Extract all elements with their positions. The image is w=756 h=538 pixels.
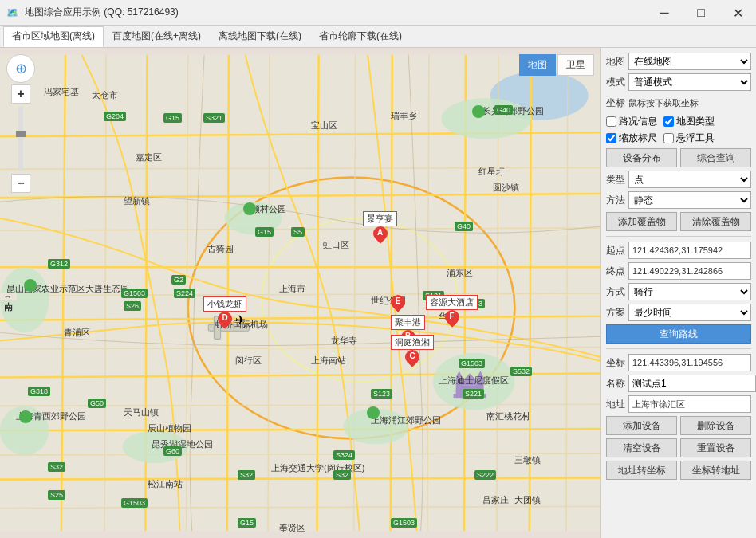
main-content: 南↕ ⊕ + − 地图 卫星 冯家宅基太仓市宝山区瑞丰乡红星圩嘉定区望新镇顾村公…: [0, 48, 756, 538]
road-sign: G40: [494, 105, 513, 115]
road-sign: S32: [333, 470, 351, 480]
road-sign: S321: [203, 113, 225, 123]
poi-label: 小钱龙虾: [203, 296, 246, 312]
map-label: 昆秀湖湿地公园: [152, 438, 213, 450]
name-row: 名称: [606, 375, 751, 392]
checkbox-zoom-scale[interactable]: 缩放标尺: [606, 132, 657, 145]
name-input[interactable]: [628, 375, 756, 392]
tab-province-outline[interactable]: 省市轮廓下载(在线): [310, 26, 411, 47]
zoom-scale-checkbox[interactable]: [606, 133, 616, 143]
map-label: 龙华寺: [331, 335, 357, 347]
map-type-checkbox[interactable]: [663, 116, 674, 127]
query-route-button[interactable]: 查询路线: [606, 324, 751, 344]
zoom-in-button[interactable]: +: [11, 84, 30, 104]
end-coord-display: 121.490229,31.242866: [628, 262, 751, 280]
tab-offline-download[interactable]: 离线地图下载(在线): [210, 26, 310, 47]
satellite-view-button[interactable]: 卫星: [557, 54, 594, 76]
query-route-row: 查询路线: [606, 324, 751, 344]
map-label: 青浦区: [64, 327, 90, 339]
display-coord-label: 坐标: [606, 356, 625, 370]
method-select[interactable]: 静态 动态: [628, 191, 751, 209]
travel-label: 方式: [606, 285, 625, 299]
zoom-slider[interactable]: [18, 107, 23, 171]
road-sign: G318: [28, 387, 50, 396]
map-label: 天马山镇: [124, 406, 159, 418]
travel-select[interactable]: 骑行 步行 驾车: [628, 283, 751, 300]
green-park-icon: [367, 406, 380, 419]
map-label: 吕家庄: [482, 494, 509, 506]
coord-to-addr-button[interactable]: 坐标转地址: [680, 461, 751, 480]
road-sign: G204: [104, 112, 126, 121]
add-device-button[interactable]: 添加设备: [606, 416, 677, 435]
road-sign: G40: [455, 222, 473, 231]
divider-1: [606, 236, 751, 237]
road-sign: S26: [124, 301, 141, 311]
road-info-checkbox[interactable]: [606, 116, 616, 127]
zoom-slider-thumb[interactable]: [16, 131, 26, 137]
tab-baidu-map[interactable]: 百度地图(在线+离线): [104, 26, 210, 47]
map-label: 闵行区: [235, 355, 262, 367]
map-label: 奉贤区: [279, 522, 305, 534]
minimize-button[interactable]: ─: [646, 0, 683, 26]
reset-device-button[interactable]: 重置设备: [680, 438, 751, 457]
road-sign: S5: [291, 227, 305, 237]
road-sign: G15: [238, 518, 256, 528]
poi-letter: C: [405, 351, 419, 360]
map-label: 瑞丰乡: [391, 110, 417, 122]
poi-label: 景亨宴: [363, 211, 397, 226]
address-row: 地址 上海市徐汇区: [606, 395, 751, 413]
map-label: 松江南站: [148, 478, 183, 490]
map-area[interactable]: 南↕ ⊕ + − 地图 卫星 冯家宅基太仓市宝山区瑞丰乡红星圩嘉定区望新镇顾村公…: [0, 48, 600, 538]
close-button[interactable]: ✕: [719, 0, 756, 26]
map-label: 冯家宅基: [44, 86, 79, 98]
addr-to-coord-button[interactable]: 地址转坐标: [606, 461, 677, 480]
coord-label: 坐标: [606, 96, 625, 110]
clear-overlay-button[interactable]: 清除覆盖物: [680, 212, 751, 231]
poi-marker[interactable]: 景亨宴A: [363, 211, 397, 245]
checkbox-map-type[interactable]: 地图类型: [663, 115, 715, 128]
road-sign: G1503: [121, 289, 148, 298]
type-select[interactable]: 点 线 面: [628, 171, 751, 188]
title-bar: 🗺️ 地图综合应用示例 (QQ: 517216493) ─ □ ✕: [0, 0, 756, 26]
compass-button[interactable]: ⊕: [6, 54, 35, 83]
device-dist-button[interactable]: 设备分布: [606, 148, 677, 167]
map-label: 长兴岛郊野公园: [482, 105, 544, 117]
divider-2: [606, 348, 751, 349]
maximize-button[interactable]: □: [683, 0, 719, 26]
start-coord-display: 121.424362,31.175942: [628, 242, 751, 259]
map-type-label: 地图类型: [676, 115, 715, 128]
map-select[interactable]: 在线地图 离线地图: [628, 53, 751, 70]
checkbox-float-tool[interactable]: 悬浮工具: [663, 132, 715, 145]
mode-select[interactable]: 普通模式 卫星模式: [628, 73, 751, 91]
tab-offline-region[interactable]: 省市区域地图(离线): [3, 26, 104, 47]
delete-device-button[interactable]: 删除设备: [680, 416, 751, 435]
road-sign: S221: [463, 389, 484, 399]
green-park-icon: [472, 105, 485, 118]
green-park-icon: [24, 279, 37, 292]
map-label: 三墩镇: [514, 454, 541, 466]
map-label: 嘉定区: [136, 151, 162, 163]
map-view-button[interactable]: 地图: [519, 54, 556, 76]
map-label: 上海南站: [311, 355, 346, 367]
travel-row: 方式 骑行 步行 驾车: [606, 283, 751, 300]
plan-select[interactable]: 最少时间 最短距离: [628, 304, 751, 321]
checkbox-road-info[interactable]: 路况信息: [606, 115, 657, 128]
road-sign: G15: [163, 113, 182, 123]
map-type-buttons: 地图 卫星: [519, 54, 594, 76]
clear-device-button[interactable]: 清空设备: [606, 438, 677, 457]
complex-query-button[interactable]: 综合查询: [680, 148, 751, 167]
road-sign: G50: [88, 399, 106, 408]
poi-label: 聚丰港: [391, 315, 425, 330]
zoom-out-button[interactable]: −: [11, 174, 30, 193]
add-overlay-button[interactable]: 添加覆盖物: [606, 212, 677, 231]
poi-marker[interactable]: E: [391, 295, 405, 314]
float-tool-checkbox[interactable]: [663, 133, 674, 143]
end-coord-row: 终点 121.490229,31.242866: [606, 262, 751, 280]
plan-row: 方案 最少时间 最短距离: [606, 304, 751, 321]
map-label: 望新镇: [124, 195, 150, 207]
road-sign: S222: [474, 470, 496, 480]
method-row: 方法 静态 动态: [606, 191, 751, 209]
poi-marker[interactable]: 容源大酒店F: [426, 295, 478, 329]
checkbox-row-1: 路况信息 地图类型: [606, 115, 751, 128]
clear-reset-device-row: 清空设备 重置设备: [606, 438, 751, 457]
